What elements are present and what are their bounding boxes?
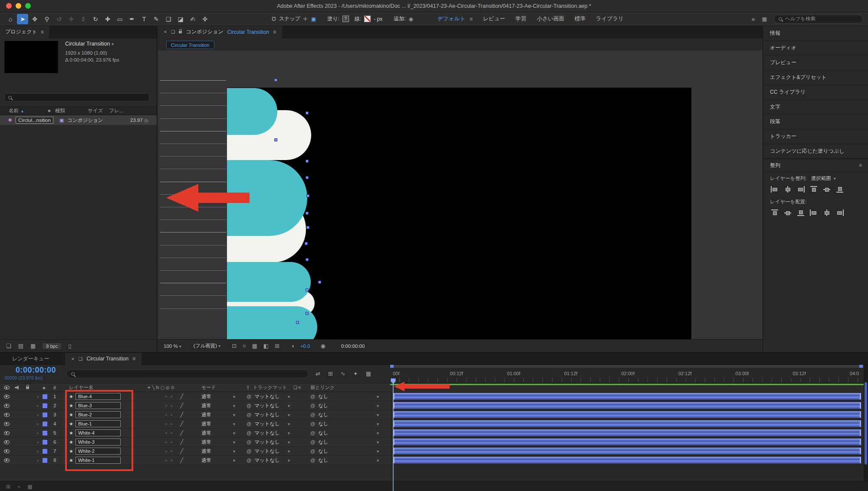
audio-column-header[interactable] <box>15 383 26 392</box>
lock-column-header[interactable] <box>26 383 37 392</box>
mask-visibility-icon[interactable]: ▦ <box>252 343 257 349</box>
motion-blur-icon[interactable]: ✦ <box>353 370 358 377</box>
layer-lock-toggle[interactable] <box>26 456 37 465</box>
layer-label-chip[interactable] <box>43 438 53 446</box>
track-bar[interactable] <box>393 420 861 427</box>
tool-type-icon[interactable]: T <box>138 14 150 24</box>
exposure-control[interactable]: ◑ +0.0 <box>291 343 310 349</box>
bit-depth-button[interactable]: 8 bpc <box>43 343 61 349</box>
layer-row[interactable]: ›1★Blue-4◦◦╱通常▾@マットなし▾@なし▾ <box>0 392 390 401</box>
panel-menu-icon[interactable]: ≡ <box>859 162 862 168</box>
layer-lock-toggle[interactable] <box>26 401 37 410</box>
layer-label-chip[interactable] <box>43 456 53 465</box>
grid-guides-icon[interactable]: ⊞ <box>275 343 279 349</box>
distribute-bottom-icon[interactable] <box>796 209 805 216</box>
align-panel-header[interactable]: 整列 ≡ <box>763 159 868 172</box>
snap-label[interactable]: スナップ <box>279 15 300 23</box>
layer-row[interactable]: ›4★Blue-1◦◦╱通常▾@マットなし▾@なし▾ <box>0 419 390 429</box>
timeline-search-input[interactable] <box>66 370 308 378</box>
apps-icon[interactable]: ▦ <box>762 16 767 22</box>
tool-roto-brush-icon[interactable]: ✍ <box>187 14 198 24</box>
lock-icon[interactable] <box>179 31 182 33</box>
selection-handle[interactable] <box>306 226 309 229</box>
layer-mode-dropdown[interactable]: 通常▾ <box>197 447 242 455</box>
mode-column-header[interactable]: モード <box>197 383 242 392</box>
viewer-comp-chip[interactable]: Circular Transition <box>166 41 214 49</box>
layer-trackmatte-dropdown[interactable]: @マットなし▾ <box>242 410 293 419</box>
panel-menu-icon[interactable]: ≡ <box>132 356 135 362</box>
layer-label-chip[interactable] <box>43 419 53 428</box>
comp-current-time[interactable]: 0:00:00:00 <box>341 344 365 349</box>
layer-mode-dropdown[interactable]: 通常▾ <box>197 419 242 428</box>
label-column-header[interactable]: ◆ <box>43 383 53 392</box>
layer-expand-arrow[interactable]: › <box>37 438 43 446</box>
selection-handle[interactable] <box>318 281 321 284</box>
layer-visibility-toggle[interactable] <box>0 392 15 401</box>
layer-expand-arrow[interactable]: › <box>37 447 43 455</box>
layer-expand-arrow[interactable]: › <box>37 410 43 419</box>
roi-icon[interactable]: ⊡ <box>232 343 237 349</box>
composition-mini-flowchart-icon[interactable]: ⇄ <box>316 370 320 377</box>
project-comp-name[interactable]: Circlular Transition ▾ <box>65 41 114 47</box>
column-frame[interactable]: フレ... <box>109 108 123 114</box>
layer-row[interactable]: ›8★White-1◦◦╱通常▾@マットなし▾@なし▾ <box>0 456 390 465</box>
layer-audio-toggle[interactable] <box>15 438 26 446</box>
flags-column-header[interactable]: ❏ ≡ <box>293 383 306 392</box>
workspace-tab[interactable]: デフォルト <box>437 15 465 23</box>
snapshot-icon[interactable]: ◉ <box>321 343 326 349</box>
layer-trackmatte-dropdown[interactable]: @マットなし▾ <box>242 447 293 455</box>
layer-lock-toggle[interactable] <box>26 392 37 401</box>
layer-trackmatte-dropdown[interactable]: @マットなし▾ <box>242 419 293 428</box>
selection-handle[interactable] <box>306 258 309 261</box>
selection-handle[interactable] <box>274 79 277 82</box>
visibility-column-header[interactable] <box>0 383 15 392</box>
layer-parent-dropdown[interactable]: @なし▾ <box>306 392 390 401</box>
distribute-top-icon[interactable] <box>770 209 779 216</box>
tool-brush-icon[interactable]: ✎ <box>151 14 162 24</box>
layer-trackmatte-dropdown[interactable]: @マットなし▾ <box>242 392 293 401</box>
layer-visibility-toggle[interactable] <box>0 429 15 437</box>
close-icon[interactable]: × <box>164 29 167 35</box>
layer-lock-toggle[interactable] <box>26 447 37 455</box>
layer-parent-dropdown[interactable]: @なし▾ <box>306 410 390 419</box>
workspace-tab[interactable]: ライブラリ <box>596 15 624 23</box>
layer-trackmatte-dropdown[interactable]: @マットなし▾ <box>242 401 293 410</box>
tab-composition[interactable]: × ❏ コンポジション Circular Transition ≡ <box>158 26 282 38</box>
right-panel-item[interactable]: コンテンツに応じた塗りつぶし <box>763 144 868 159</box>
tool-pen-icon[interactable]: ✒ <box>126 14 138 24</box>
layer-trackmatte-dropdown[interactable]: @マットなし▾ <box>242 438 293 446</box>
layer-expand-arrow[interactable]: › <box>37 456 43 465</box>
layer-switches[interactable]: ◦◦╱ <box>134 429 197 437</box>
right-panel-item[interactable]: 段落 <box>763 115 868 129</box>
align-h-center-icon[interactable] <box>783 186 792 193</box>
distribute-left-icon[interactable] <box>809 209 818 216</box>
layer-row[interactable]: ›7★White-2◦◦╱通常▾@マットなし▾@なし▾ <box>0 447 390 456</box>
layer-switches[interactable]: ◦◦╱ <box>134 456 197 465</box>
layer-mode-dropdown[interactable]: 通常▾ <box>197 410 242 419</box>
selection-handle[interactable] <box>306 312 309 315</box>
trash-icon[interactable]: ▯ <box>68 343 71 349</box>
tool-home-icon[interactable]: ⌂ <box>5 14 16 24</box>
layer-label-chip[interactable] <box>43 401 53 410</box>
align-scope-dropdown[interactable]: 選択範囲▾ <box>811 175 836 182</box>
tool-hand-icon[interactable]: ✥ <box>29 14 40 24</box>
close-icon[interactable]: × <box>71 356 75 362</box>
fill-swatch[interactable]: ? <box>342 16 349 22</box>
stroke-width-value[interactable]: - px <box>374 16 382 22</box>
track-bar[interactable] <box>393 429 861 436</box>
track-bar[interactable] <box>393 402 861 409</box>
layer-audio-toggle[interactable] <box>15 410 26 419</box>
right-panel-item[interactable]: エフェクト&プリセット <box>763 70 868 85</box>
right-panel-item[interactable]: オーディオ <box>763 41 868 56</box>
layer-visibility-toggle[interactable] <box>0 419 15 428</box>
layer-audio-toggle[interactable] <box>15 419 26 428</box>
selection-handle[interactable] <box>274 138 277 141</box>
frame-blending-icon[interactable]: ∿ <box>341 370 345 377</box>
layer-row[interactable]: ›5★White-4◦◦╱通常▾@マットなし▾@なし▾ <box>0 429 390 438</box>
layer-switches[interactable]: ◦◦╱ <box>134 392 197 401</box>
zoom-level-dropdown[interactable]: 100 % ▾ <box>164 344 181 349</box>
distribute-v-center-icon[interactable] <box>783 209 792 216</box>
quality-dropdown[interactable]: (フル画質) ▾ <box>194 343 220 349</box>
stroke-swatch[interactable] <box>364 16 371 22</box>
tool-clone-stamp-icon[interactable]: ❏ <box>163 14 174 24</box>
